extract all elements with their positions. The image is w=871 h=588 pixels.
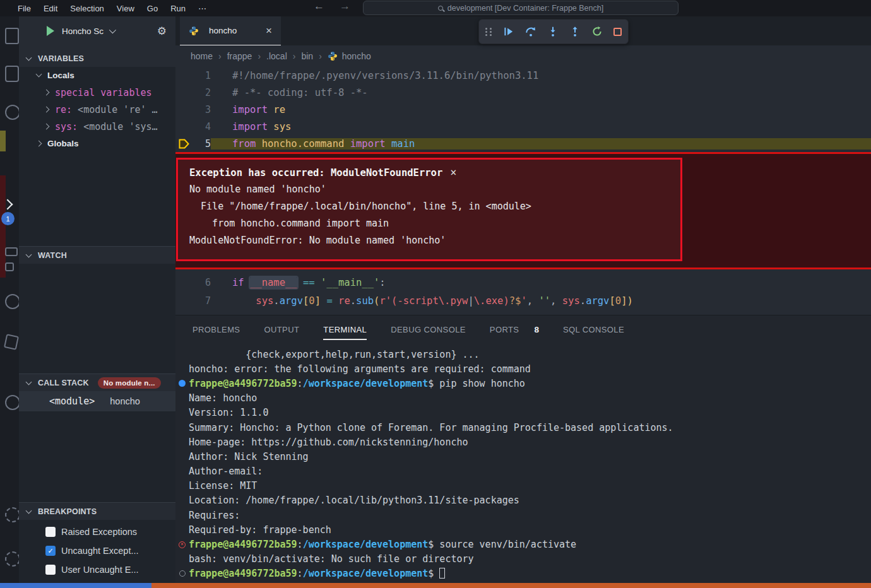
terminal-token: frappe@a4496772ba59 — [189, 378, 297, 389]
panel-tab-sql-console[interactable]: SQL CONSOLE — [563, 325, 624, 334]
extensions-icon-2[interactable] — [5, 262, 14, 271]
step-over-icon[interactable] — [525, 26, 536, 37]
chevron-down-icon — [26, 379, 32, 385]
step-into-icon[interactable] — [547, 26, 559, 37]
tree-item-globals[interactable]: Globals — [19, 135, 175, 152]
vscode-window: FileEditSelectionViewGoRun⋯ ← → developm… — [0, 0, 871, 588]
terminal-line: Version: 1.1.0 — [175, 406, 871, 420]
remote-indicator[interactable] — [0, 583, 151, 588]
command-center-search[interactable]: development [Dev Container: Frappe Bench… — [363, 1, 678, 15]
breadcrumb-item[interactable]: home — [191, 51, 213, 61]
code-token — [297, 277, 303, 288]
editor-group: honcho × home›frappe›.local›bin› honcho … — [175, 16, 871, 583]
code-token: import — [232, 121, 268, 132]
settings-gear-icon[interactable] — [5, 551, 19, 567]
exception-traceback-line: from honcho.command import main — [189, 215, 669, 232]
breakpoint-label: Uncaught Except... — [61, 546, 139, 556]
code-text: sys.argv[0] = re.sub(r'(-script\.pyw|\.e… — [211, 295, 871, 307]
step-out-icon[interactable] — [569, 26, 581, 37]
code-token — [386, 138, 391, 150]
nav-back-icon[interactable]: ← — [314, 0, 324, 13]
breadcrumb-item[interactable]: honcho — [342, 51, 371, 61]
close-icon[interactable]: × — [450, 166, 456, 179]
line-number: 3 — [192, 104, 211, 115]
breakpoint-checkbox[interactable]: ✓ — [45, 546, 56, 556]
code-token: ) — [627, 295, 632, 307]
code-token — [244, 277, 250, 288]
terminal-token: : — [297, 539, 303, 550]
tree-item-locals[interactable]: Locals — [19, 67, 175, 84]
terminal[interactable]: {check,export,help,run,start,version} ..… — [175, 343, 871, 583]
test-icon[interactable] — [4, 334, 19, 350]
menu-item-go[interactable]: Go — [141, 4, 164, 13]
panel-tab-terminal[interactable]: TERMINAL — [323, 325, 367, 334]
drag-handle-icon[interactable] — [485, 28, 492, 36]
remote-explorer-icon[interactable] — [5, 294, 19, 309]
code-text: from honcho.command import main — [211, 138, 871, 150]
menu-item-view[interactable]: View — [110, 4, 141, 13]
code-text: # -*- coding: utf-8 -*- — [211, 87, 871, 98]
tab-honcho[interactable]: honcho × — [180, 16, 281, 45]
panel-tab-problems[interactable]: PROBLEMS — [193, 325, 240, 334]
debug-status-segment — [151, 583, 871, 588]
breakpoints-section-header[interactable]: BREAKPOINTS — [19, 502, 175, 520]
panel-tab-debug-console[interactable]: DEBUG CONSOLE — [391, 325, 466, 334]
source-control-icon[interactable] — [5, 66, 19, 82]
line-number: 7 — [192, 295, 211, 307]
breakpoint-checkbox[interactable] — [45, 565, 56, 575]
search-side-icon[interactable] — [5, 105, 19, 120]
panel-tab-ports[interactable]: PORTS8 — [490, 325, 539, 334]
gear-icon[interactable]: ⚙ — [157, 26, 167, 37]
start-debug-icon[interactable] — [47, 26, 54, 36]
panel-tab-label: TERMINAL — [323, 325, 367, 334]
watch-section-header[interactable]: WATCH — [19, 246, 175, 264]
debug-badge: 1 — [1, 212, 15, 225]
extensions-icon[interactable] — [5, 247, 18, 256]
account-icon[interactable] — [5, 507, 19, 522]
variable-item[interactable]: sys: <module 'sys… — [19, 118, 175, 135]
menu-bar: FileEditSelectionViewGoRun⋯ — [11, 4, 213, 13]
ports-count-badge: 8 — [534, 325, 539, 334]
watch-content — [19, 264, 175, 373]
breadcrumb-item[interactable]: frappe — [227, 51, 252, 61]
breakpoint-checkbox[interactable] — [45, 527, 56, 537]
search-icon — [438, 6, 443, 11]
docker-icon[interactable] — [5, 395, 19, 410]
menu-item-selection[interactable]: Selection — [64, 4, 110, 13]
debug-launch-header: Honcho Sc ⚙ — [19, 16, 175, 50]
breadcrumb-item[interactable]: .local — [266, 51, 287, 61]
code-token: '__main__' — [321, 277, 379, 288]
variables-section-header[interactable]: VARIABLES — [19, 50, 175, 67]
menu-item-run[interactable]: Run — [164, 4, 192, 13]
panel-tab-output[interactable]: OUTPUT — [264, 325, 299, 334]
variable-item[interactable]: re: <module 're' … — [19, 101, 175, 118]
menu-item-edit[interactable]: Edit — [37, 4, 64, 13]
continue-icon[interactable] — [503, 26, 514, 37]
line-number: 6 — [192, 277, 211, 288]
close-icon[interactable]: × — [266, 25, 272, 37]
menu-item-file[interactable]: File — [11, 4, 37, 13]
terminal-line: Author: Nick Stenning — [175, 449, 871, 464]
nav-forward-icon[interactable]: → — [340, 0, 350, 13]
breakpoint-row: ✓Uncaught Except... — [19, 541, 175, 560]
chevron-down-icon[interactable] — [109, 26, 116, 33]
exception-popup: Exception has occurred: ModuleNotFoundEr… — [176, 158, 682, 261]
terminal-text: bash: venv/bin/activate: No such file or… — [189, 553, 474, 565]
call-stack-section-header[interactable]: CALL STACK No module n... — [19, 373, 175, 391]
breakpoint-gutter[interactable] — [175, 139, 192, 149]
restart-icon[interactable] — [591, 26, 603, 37]
terminal-token: Author: Nick Stenning — [189, 451, 309, 462]
debug-config-selector[interactable]: Honcho Sc — [62, 26, 104, 36]
menu-item-⋯[interactable]: ⋯ — [192, 4, 213, 13]
explorer-icon[interactable] — [5, 28, 19, 44]
variable-value: <module 're' … — [72, 104, 157, 115]
call-stack-frame-row[interactable]: <module> honcho — [19, 391, 175, 411]
chevron-right-icon — [36, 141, 42, 147]
breadcrumb-item[interactable]: bin — [301, 51, 313, 61]
variable-item[interactable]: special variables — [19, 84, 175, 101]
breadcrumb-separator-icon: › — [293, 51, 296, 61]
terminal-text: honcho: error: the following arguments a… — [189, 363, 531, 375]
frame-source: honcho — [110, 396, 140, 406]
terminal-token: Requires: — [189, 510, 240, 521]
stop-icon[interactable] — [613, 28, 622, 36]
